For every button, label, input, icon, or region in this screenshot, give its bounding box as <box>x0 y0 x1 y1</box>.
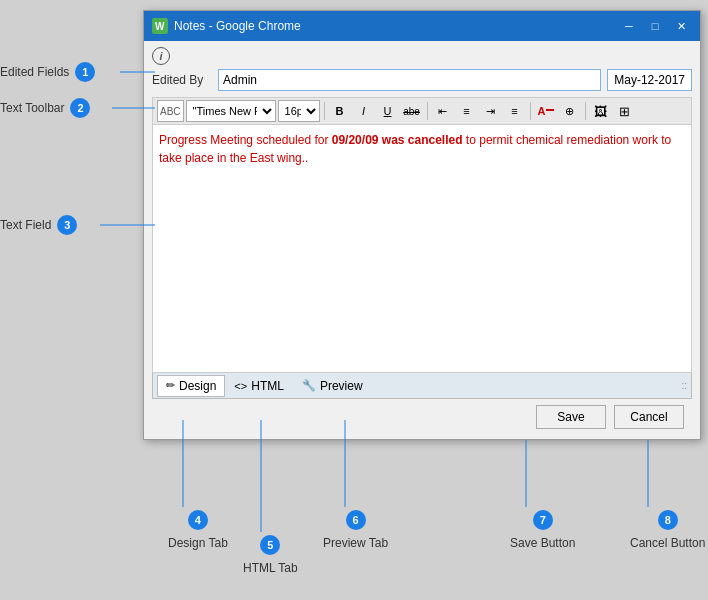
editor-content: Progress Meeting scheduled for 09/20/09 … <box>159 131 685 167</box>
annotation-7: 7 Save Button <box>510 510 575 550</box>
close-button[interactable]: ✕ <box>670 17 692 35</box>
annotation-2: Text Toolbar 2 <box>0 98 90 118</box>
toolbar-separator-3 <box>530 102 531 120</box>
svg-text:W: W <box>155 21 165 32</box>
window-controls: ─ □ ✕ <box>618 17 692 35</box>
annotation-5: 5 HTML Tab <box>243 535 298 575</box>
annotation-6-badge: 6 <box>346 510 366 530</box>
annotation-1: Edited Fields 1 <box>0 62 95 82</box>
annotation-2-label: Text Toolbar <box>0 101 64 115</box>
preview-tab-label: Preview <box>320 379 363 393</box>
design-tab-icon: ✏ <box>166 379 175 392</box>
strikethrough-button[interactable]: abe <box>401 100 423 122</box>
html-tab-label: HTML <box>251 379 284 393</box>
preview-tab-icon: 🔧 <box>302 379 316 392</box>
maximize-button[interactable]: □ <box>644 17 666 35</box>
preview-tab[interactable]: 🔧 Preview <box>293 375 372 397</box>
annotation-5-badge: 5 <box>260 535 280 555</box>
bottom-tabs: ✏ Design <> HTML 🔧 Preview :: <box>152 373 692 399</box>
edited-by-input[interactable] <box>218 69 601 91</box>
toolbar-separator-1 <box>324 102 325 120</box>
annotation-4-label: Design Tab <box>168 536 228 550</box>
annotation-3-label: Text Field <box>0 218 51 232</box>
table-button[interactable]: ⊞ <box>614 100 636 122</box>
text-editor[interactable]: Progress Meeting scheduled for 09/20/09 … <box>152 125 692 373</box>
save-button[interactable]: Save <box>536 405 606 429</box>
annotation-6: 6 Preview Tab <box>323 510 388 550</box>
italic-button[interactable]: I <box>353 100 375 122</box>
app-icon: W <box>152 18 168 34</box>
annotation-3-badge: 3 <box>57 215 77 235</box>
edited-fields-row: Edited By May-12-2017 <box>152 69 692 91</box>
image-button[interactable]: 🖼 <box>590 100 612 122</box>
design-tab-label: Design <box>179 379 216 393</box>
font-size-selector[interactable]: 16px <box>278 100 320 122</box>
cancel-button[interactable]: Cancel <box>614 405 684 429</box>
editor-text-prefix: Progress Meeting scheduled for <box>159 133 332 147</box>
html-tab[interactable]: <> HTML <box>225 375 293 397</box>
annotation-3: Text Field 3 <box>0 215 77 235</box>
font-selector[interactable]: "Times New R..." <box>186 100 276 122</box>
toolbar-separator-4 <box>585 102 586 120</box>
annotation-8: 8 Cancel Button <box>630 510 705 550</box>
annotation-6-label: Preview Tab <box>323 536 388 550</box>
align-right-button[interactable]: ⇥ <box>480 100 502 122</box>
abc-label: ABC <box>157 100 184 122</box>
edited-by-label: Edited By <box>152 73 212 87</box>
info-row: i <box>152 47 692 65</box>
annotation-4-badge: 4 <box>188 510 208 530</box>
annotation-1-label: Edited Fields <box>0 65 69 79</box>
date-display: May-12-2017 <box>607 69 692 91</box>
notes-window: W Notes - Google Chrome ─ □ ✕ i Edited B… <box>143 10 701 440</box>
font-color-button[interactable]: A <box>535 100 557 122</box>
titlebar: W Notes - Google Chrome ─ □ ✕ <box>144 11 700 41</box>
annotation-8-badge: 8 <box>658 510 678 530</box>
underline-button[interactable]: U <box>377 100 399 122</box>
html-tab-icon: <> <box>234 380 247 392</box>
toolbar-separator-2 <box>427 102 428 120</box>
annotation-5-label: HTML Tab <box>243 561 298 575</box>
align-center-button[interactable]: ≡ <box>456 100 478 122</box>
align-left-button[interactable]: ⇤ <box>432 100 454 122</box>
annotation-8-label: Cancel Button <box>630 536 705 550</box>
editor-text-bold: 09/20/09 was cancelled <box>332 133 463 147</box>
window-title: Notes - Google Chrome <box>174 19 618 33</box>
minimize-button[interactable]: ─ <box>618 17 640 35</box>
annotation-7-label: Save Button <box>510 536 575 550</box>
text-toolbar: ABC "Times New R..." 16px B I U abe ⇤ ≡ … <box>152 97 692 125</box>
annotation-4: 4 Design Tab <box>168 510 228 550</box>
design-tab[interactable]: ✏ Design <box>157 375 225 397</box>
annotation-1-badge: 1 <box>75 62 95 82</box>
bold-button[interactable]: B <box>329 100 351 122</box>
window-content: i Edited By May-12-2017 ABC "Times New R… <box>144 41 700 439</box>
action-row: Save Cancel <box>152 399 692 433</box>
more-button[interactable]: ⊕ <box>559 100 581 122</box>
align-justify-button[interactable]: ≡ <box>504 100 526 122</box>
annotation-2-badge: 2 <box>70 98 90 118</box>
info-icon: i <box>152 47 170 65</box>
resize-handle: :: <box>681 380 687 391</box>
annotation-7-badge: 7 <box>533 510 553 530</box>
